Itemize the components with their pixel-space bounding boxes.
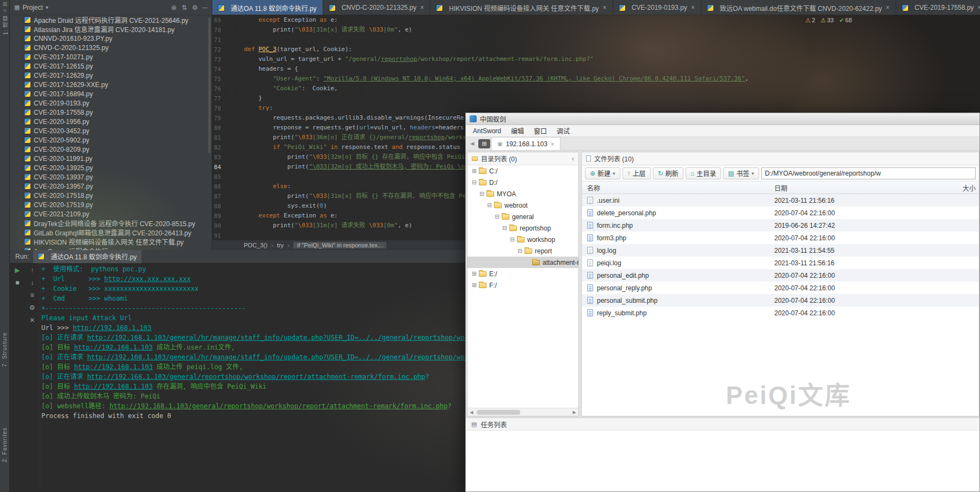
- rerun-button[interactable]: ▶: [15, 266, 20, 274]
- project-tree-item[interactable]: CVE-2019-0193.py: [10, 98, 212, 108]
- session-grid-icon[interactable]: ⊞: [478, 139, 490, 148]
- expand-toggle-icon[interactable]: ⊞: [471, 168, 478, 174]
- project-view-selector[interactable]: Project: [22, 4, 42, 11]
- project-tree-item[interactable]: CVE-2017-12629-XXE.py: [10, 80, 212, 89]
- project-tree-item[interactable]: GitLab Graphql邮箱信息泄露漏洞 CVE-2020-26413.py: [10, 228, 212, 237]
- console-menu-icon[interactable]: ≡: [30, 291, 34, 299]
- breadcrumb-item[interactable]: try: [277, 242, 283, 248]
- home-button[interactable]: ⌂主目录: [686, 167, 721, 179]
- up-stack-icon[interactable]: ↑: [30, 266, 34, 274]
- project-tree-item[interactable]: Atlassian Jira 信息泄露漏洞 CVE-2020-14181.py: [10, 24, 212, 34]
- expand-toggle-icon[interactable]: ⊟: [471, 179, 478, 185]
- console-settings-icon[interactable]: ⚙: [29, 304, 35, 312]
- file-row[interactable]: personal_submit.php2020-07-04 22:16:00: [582, 294, 979, 307]
- settings-icon[interactable]: ⚙: [192, 4, 198, 11]
- project-tree-item[interactable]: CVE-2020-1956.py: [10, 117, 212, 126]
- code-line[interactable]: 70 print("\033[31m[x] 请求失败 \033[0m", e): [212, 25, 980, 35]
- close-icon[interactable]: ×: [886, 4, 890, 11]
- close-icon[interactable]: ×: [691, 4, 695, 11]
- options-icon[interactable]: ⊕: [171, 4, 177, 11]
- file-row[interactable]: peiqi.log2021-03-11 21:56:16: [582, 257, 979, 269]
- code-line[interactable]: 71: [212, 35, 980, 45]
- code-line[interactable]: 75 "User-Agent": "Mozilla/5.0 (Windows N…: [212, 74, 980, 84]
- breadcrumb-item[interactable]: if "PeiQi_Wiki" in response.tex...: [293, 242, 386, 248]
- project-tree-item[interactable]: CVE-2020-8209.py: [10, 145, 212, 154]
- clear-console-icon[interactable]: ✕: [29, 316, 35, 324]
- close-icon[interactable]: ×: [978, 4, 980, 11]
- project-tree-item[interactable]: CVE-2017-16894.py: [10, 89, 212, 98]
- expand-toggle-icon[interactable]: ⊟: [501, 225, 508, 231]
- expand-toggle-icon[interactable]: ⊞: [471, 282, 478, 288]
- code-line[interactable]: 78 try:: [212, 103, 980, 113]
- directory-tree-item[interactable]: ⊟workshop: [467, 234, 578, 245]
- project-tree-item[interactable]: CVE-2020-3452.py: [10, 126, 212, 135]
- new-button[interactable]: ⊕新建▾: [585, 167, 620, 179]
- close-icon[interactable]: ×: [551, 141, 554, 147]
- directory-tree-item[interactable]: ⊟MYOA: [467, 188, 578, 200]
- scroll-left-icon[interactable]: ◀: [467, 410, 476, 415]
- expand-toggle-icon[interactable]: ⊟: [516, 248, 523, 254]
- code-line[interactable]: 69 except Exception as e:: [212, 15, 980, 25]
- up-button[interactable]: ↑上层: [622, 167, 651, 179]
- menu-item[interactable]: 窗口: [529, 126, 552, 135]
- horizontal-scrollbar[interactable]: ◀ ▶: [467, 408, 578, 416]
- project-tree-item[interactable]: CVE-2019-17558.py: [10, 108, 212, 117]
- column-header[interactable]: 大小: [963, 183, 979, 192]
- code-line[interactable]: 77 }: [212, 94, 980, 103]
- editor-tab[interactable]: CVE-2019-0193.py×: [613, 0, 701, 15]
- window-titlebar[interactable]: 中国蚁剑: [466, 113, 979, 125]
- expand-toggle-icon[interactable]: ⊟: [509, 236, 516, 242]
- refresh-button[interactable]: ↻刷新: [653, 167, 683, 179]
- file-row[interactable]: delete_personal.php2020-07-04 22:16:00: [582, 207, 979, 219]
- session-tab[interactable]: ▣ 192.168.1.103 ×: [491, 137, 560, 150]
- code-line[interactable]: 74 headers = {: [212, 64, 980, 74]
- project-scrollbar[interactable]: [208, 17, 211, 153]
- project-tree-item[interactable]: CNVD-C-2020-121325.py: [10, 43, 212, 52]
- tool-button-favorites[interactable]: 2: Favorites: [2, 427, 8, 462]
- directory-tree-item[interactable]: ⊟D:/: [467, 177, 578, 188]
- editor-tab[interactable]: CNVD-C-2020-121325.py×: [323, 0, 430, 15]
- hide-panel-icon[interactable]: ─: [202, 4, 207, 11]
- collapse-all-icon[interactable]: ⇅: [182, 4, 187, 11]
- file-row[interactable]: log.log2021-03-11 21:54:55: [582, 244, 979, 257]
- project-tree-item[interactable]: CVE-2020-13937.py: [10, 172, 212, 182]
- window-menu-icon[interactable]: ▥: [0, 1, 10, 7]
- project-tree-item[interactable]: HIKVISION 视频编码设备接入网关 任意文件下载.py: [10, 237, 212, 246]
- menu-item[interactable]: 调试: [552, 126, 575, 135]
- collapse-panel-icon[interactable]: ‹: [572, 154, 574, 163]
- tool-button-project[interactable]: 1: 项目: [2, 15, 10, 35]
- file-row[interactable]: form.inc.php2019-06-26 14:27:42: [582, 219, 979, 232]
- address-bar[interactable]: [761, 167, 976, 179]
- close-icon[interactable]: ×: [603, 4, 607, 11]
- menu-item[interactable]: 编辑: [506, 126, 529, 135]
- directory-tree-item[interactable]: ⊟general: [467, 211, 578, 222]
- file-row[interactable]: personal_reply.php2020-07-04 22:16:00: [582, 282, 979, 294]
- nav-back-icon[interactable]: ◀: [467, 138, 477, 149]
- project-tree-item[interactable]: CVE-2020-5902.py: [10, 135, 212, 145]
- directory-tree-item[interactable]: ⊞C:/: [467, 165, 578, 177]
- expand-toggle-icon[interactable]: ⊟: [494, 214, 501, 220]
- breadcrumb-item[interactable]: POC_3(): [244, 242, 267, 248]
- directory-tree-item[interactable]: ⊟report: [467, 245, 578, 257]
- file-row[interactable]: .user.ini2021-03-11 21:56:16: [582, 194, 979, 207]
- project-tree-item[interactable]: CVE-2020-13957.py: [10, 182, 212, 191]
- down-stack-icon[interactable]: ↓: [30, 279, 34, 287]
- directory-tree-item[interactable]: ⊟webroot: [467, 200, 578, 211]
- file-row[interactable]: form3.php2020-07-04 22:16:00: [582, 232, 979, 244]
- project-tree-item[interactable]: CVE-2020-11991.py: [10, 154, 212, 163]
- expand-toggle-icon[interactable]: ⊟: [478, 191, 485, 197]
- column-header[interactable]: 名称: [582, 183, 774, 192]
- project-tree-item[interactable]: CVE-2020-17519.py: [10, 200, 212, 209]
- terminal-icon[interactable]: ≡: [0, 8, 10, 13]
- editor-tab[interactable]: HIKVISION 视频编码设备接入网关 任意文件下载.py×: [430, 0, 613, 15]
- project-tree-item[interactable]: CVE-2020-13925.py: [10, 163, 212, 172]
- menu-item[interactable]: AntSword: [468, 127, 506, 135]
- bookmark-button[interactable]: ▤书签▾: [723, 167, 759, 179]
- file-row[interactable]: personal_edit.php2020-07-04 22:16:00: [582, 269, 979, 282]
- column-header[interactable]: 日期: [774, 183, 963, 192]
- scroll-right-icon[interactable]: ▶: [570, 410, 578, 415]
- editor-tab[interactable]: 通达OA 11.8 蚁剑命令执行.py: [212, 0, 323, 15]
- project-tree-item[interactable]: JunpServer 远程命令执行.py: [10, 246, 212, 250]
- project-tree-item[interactable]: DrayTek企业网络设备 远程命令执行 CVE-2020-8515.py: [10, 219, 212, 228]
- directory-tree-item[interactable]: ⊞F:/: [467, 279, 578, 291]
